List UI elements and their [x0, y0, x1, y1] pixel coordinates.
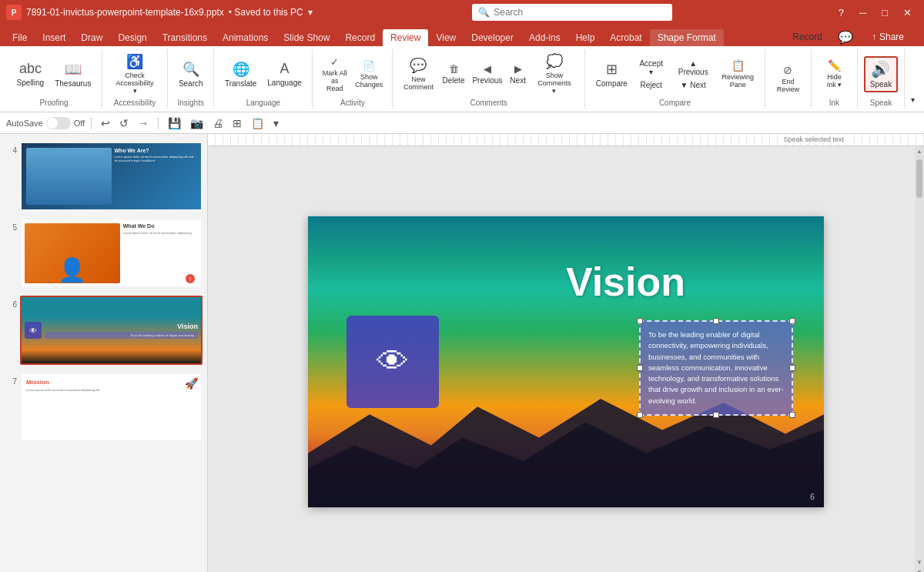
slide-thumbnail-4[interactable]: Who We Are? Lorem ipsum dolor sit amet c… [20, 142, 203, 211]
spelling-button[interactable]: abc Spelling [12, 59, 49, 89]
maximize-button[interactable]: □ [875, 5, 894, 20]
app-logo: P [6, 5, 22, 20]
separator2 [158, 117, 159, 129]
more-tools-button[interactable]: ▾ [270, 115, 282, 131]
slide-item-5[interactable]: 5 👤 What We Do Lorem ipsum dolor sit ame… [3, 217, 204, 289]
tab-draw[interactable]: Draw [73, 29, 110, 46]
delete-comment-button[interactable]: 🗑 Delete [440, 62, 468, 86]
compare-button[interactable]: ⊞ Compare [591, 59, 632, 90]
handle-tr[interactable] [789, 318, 795, 324]
insights-items: 🔍 Search [174, 51, 208, 97]
scroll-up-button[interactable]: ▲ [915, 146, 924, 156]
group-activity: ✓ Mark Allas Read 📄 ShowChanges Activity [313, 49, 393, 109]
tab-shape-format[interactable]: Shape Format [650, 29, 724, 46]
grid-button[interactable]: ⊞ [229, 115, 245, 131]
tab-help[interactable]: Help [568, 29, 603, 46]
screenshot-button[interactable]: 📷 [187, 115, 206, 131]
handle-br[interactable] [789, 412, 795, 418]
title-bar-controls: ? ─ □ ✕ [832, 5, 918, 20]
separator [91, 117, 92, 129]
slide-thumbnail-7[interactable]: Mission Lorem ipsum dolor sit amet conse… [20, 373, 203, 442]
autosave-state: Off [74, 119, 85, 128]
scroll-down-button[interactable]: ▼ [915, 557, 924, 567]
tab-add-ins[interactable]: Add-ins [521, 29, 568, 46]
vision-title: Vision [566, 259, 685, 305]
reject-button[interactable]: Reject [634, 79, 669, 91]
tab-acrobat[interactable]: Acrobat [602, 29, 649, 46]
handle-tl[interactable] [637, 318, 643, 324]
record-button[interactable]: ⏺ Record [772, 28, 829, 46]
slide-thumb-inner-6: 👁 Vision To be the leading enabler of di… [22, 297, 201, 363]
handle-mr[interactable] [789, 365, 795, 371]
vertical-scrollbar[interactable]: ▲ ▼ ▼ [915, 146, 924, 572]
slide5-title: What We Do [123, 223, 198, 229]
search-input[interactable] [472, 4, 672, 21]
record-icon: ⏺ [778, 31, 789, 43]
ink-label: Ink [829, 99, 839, 107]
ribbon-expand-button[interactable]: ▾ [908, 94, 918, 109]
slide-canvas-area[interactable]: 👁 Vision To be the leading enabler of di… [208, 146, 924, 572]
check-accessibility-button[interactable]: ♿ CheckAccessibility ▾ [109, 51, 161, 97]
translate-button[interactable]: 🌐 Translate [220, 59, 261, 90]
thesaurus-button[interactable]: 📖 Thesaurus [50, 59, 95, 90]
slide-item-4[interactable]: 4 Who We Are? Lorem ipsum dolor sit amet… [3, 140, 204, 212]
prev-revision-button[interactable]: ▲ Previous [671, 58, 716, 78]
handle-bm[interactable] [713, 412, 719, 418]
tab-insert[interactable]: Insert [35, 29, 73, 46]
mark-all-read-button[interactable]: ✓ Mark Allas Read [319, 55, 350, 94]
end-review-button[interactable]: ⊘ EndReview [772, 62, 805, 95]
tab-animations[interactable]: Animations [215, 29, 276, 46]
show-changes-button[interactable]: 📄 ShowChanges [352, 59, 386, 90]
speak-button[interactable]: 🔊 Speak [864, 56, 898, 92]
tab-review[interactable]: Review [383, 29, 428, 46]
tab-design[interactable]: Design [110, 29, 154, 46]
tab-slide-show[interactable]: Slide Show [276, 29, 337, 46]
close-button[interactable]: ✕ [897, 5, 918, 20]
reviewing-pane-button[interactable]: 📋 ReviewingPane [718, 57, 758, 91]
minimize-button[interactable]: ─ [853, 5, 872, 20]
handle-ml[interactable] [637, 365, 643, 371]
tab-view[interactable]: View [428, 29, 464, 46]
reviewing-pane-icon: 📋 [732, 59, 745, 72]
search-ribbon-button[interactable]: 🔍 Search [174, 59, 208, 90]
save-button[interactable]: 💾 [165, 115, 184, 131]
slide-item-7[interactable]: 7 Mission Lorem ipsum dolor sit amet con… [3, 371, 204, 443]
print-button[interactable]: 🖨 [209, 115, 226, 131]
tab-developer[interactable]: Developer [464, 29, 521, 46]
title-bar: P 7891-01-invictus-powerpoint-template-1… [0, 0, 924, 25]
redo-button[interactable]: ↺ [116, 115, 132, 131]
accept-button[interactable]: Accept ▾ [634, 58, 669, 78]
handle-bl[interactable] [637, 412, 643, 418]
redo2-button[interactable]: → [135, 115, 152, 131]
share-button[interactable]: ↑ Share [862, 28, 913, 46]
prev-comment-button[interactable]: ◀ Previous [469, 62, 505, 86]
show-comments-button[interactable]: 💭 ShowComments ▾ [531, 51, 578, 97]
tab-file[interactable]: File [5, 29, 35, 46]
hide-ink-button[interactable]: ✏️ HideInk ▾ [819, 57, 849, 91]
prev-icon: ◀ [484, 63, 491, 75]
next-comment-button[interactable]: ▶ Next [507, 62, 529, 86]
slide-item-6[interactable]: 6 👁 Vision To be the leading enabler of … [3, 294, 204, 366]
handle-tm[interactable] [713, 318, 719, 324]
quick-access-toolbar: AutoSave Off ↩ ↺ → 💾 📷 🖨 ⊞ 📋 ▾ [0, 112, 924, 134]
tab-transitions[interactable]: Transitions [155, 29, 215, 46]
slide-icon-box: 👁 [346, 316, 439, 408]
group-language: 🌐 Translate A Language Language [214, 49, 313, 109]
help-icon[interactable]: ? [832, 5, 850, 20]
slide-text-box[interactable]: To be the leading enabler of digital con… [639, 320, 793, 416]
tab-record[interactable]: Record [337, 29, 383, 46]
next-revision-button[interactable]: ▼ Next [671, 79, 716, 91]
autosave-dot [47, 118, 58, 129]
scroll-thumb[interactable] [916, 159, 922, 198]
new-comment-button[interactable]: 💬 NewComment [399, 55, 437, 93]
language-button[interactable]: A Language [263, 59, 306, 89]
undo-button[interactable]: ↩ [98, 115, 113, 131]
slide-thumbnail-6[interactable]: 👁 Vision To be the leading enabler of di… [20, 296, 203, 365]
compare-label: Compare [659, 99, 691, 107]
clipboard-button[interactable]: 📋 [248, 115, 267, 131]
autosave-toggle[interactable] [46, 117, 71, 129]
scroll-bottom-button[interactable]: ▼ [915, 567, 924, 572]
slide-thumbnail-5[interactable]: 👤 What We Do Lorem ipsum dolor sit amet … [20, 219, 203, 288]
slide6-content: Vision To be the leading enabler of digi… [45, 323, 198, 339]
comment-button[interactable]: 💬 [832, 28, 859, 46]
